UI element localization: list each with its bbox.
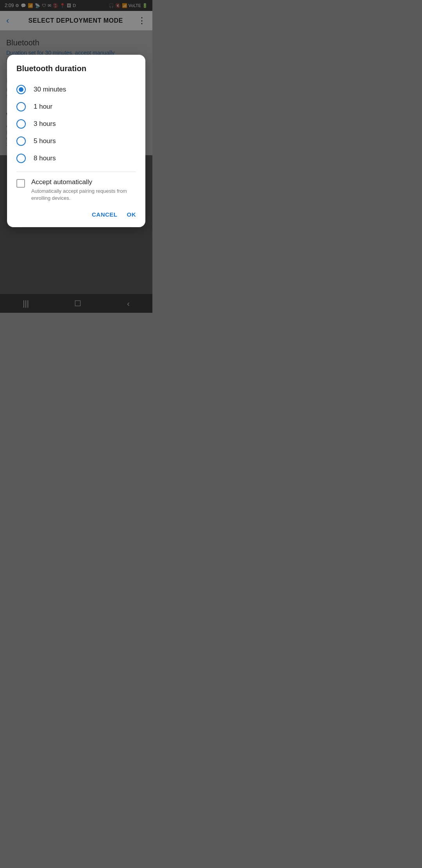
dialog-title: Bluetooth duration [16,64,136,73]
radio-option-1hour[interactable]: 1 hour [16,98,136,115]
cancel-button[interactable]: CANCEL [92,210,118,219]
radio-8hours-label: 8 hours [34,154,56,162]
radio-30min-outer [16,85,26,94]
radio-option-3hours[interactable]: 3 hours [16,115,136,133]
radio-30min-label: 30 minutes [34,86,66,93]
ok-button[interactable]: OK [127,210,136,219]
radio-1hour-outer [16,102,26,111]
radio-option-30min[interactable]: 30 minutes [16,81,136,98]
radio-5hours-label: 5 hours [34,137,56,145]
radio-30min-inner [19,87,23,92]
radio-5hours-outer [16,136,26,146]
radio-8hours-outer [16,154,26,163]
dialog-actions: CANCEL OK [16,210,136,219]
accept-automatically-row[interactable]: Accept automatically Automatically accep… [16,178,136,202]
checkbox-label: Accept automatically [31,178,136,186]
radio-3hours-outer [16,119,26,129]
radio-option-5hours[interactable]: 5 hours [16,133,136,150]
radio-1hour-label: 1 hour [34,103,52,111]
checkbox-content: Accept automatically Automatically accep… [31,178,136,202]
radio-option-8hours[interactable]: 8 hours [16,150,136,167]
dialog-divider [16,172,136,172]
bluetooth-duration-dialog: Bluetooth duration 30 minutes 1 hour 3 h… [7,55,145,227]
accept-automatically-checkbox[interactable] [16,179,25,188]
radio-3hours-label: 3 hours [34,120,56,128]
checkbox-description: Automatically accept pairing requests fr… [31,188,136,202]
